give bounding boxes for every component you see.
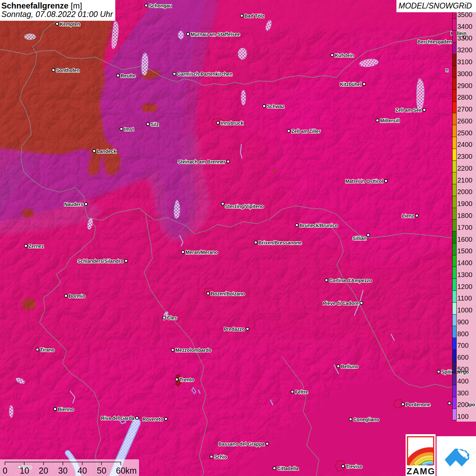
svg-text:Berchtesgaden: Berchtesgaden — [418, 39, 452, 45]
svg-text:Meran/Merano: Meran/Merano — [186, 250, 218, 255]
svg-text:Zell am Ziller: Zell am Ziller — [291, 129, 321, 134]
svg-text:Bruneck/Brunico: Bruneck/Brunico — [300, 223, 338, 228]
svg-text:Schio: Schio — [214, 454, 227, 460]
svg-text:Bormio: Bormio — [69, 293, 85, 299]
svg-text:n: n — [445, 67, 448, 73]
svg-text:Mittersill: Mittersill — [380, 118, 400, 123]
svg-text:Garmisch-Partenkirchen: Garmisch-Partenkirchen — [177, 71, 233, 77]
svg-text:Sillian: Sillian — [353, 236, 367, 241]
svg-text:Imst: Imst — [124, 126, 134, 132]
svg-text:Rovereto: Rovereto — [142, 417, 163, 422]
svg-text:Landeck: Landeck — [97, 149, 116, 154]
svg-text:ipo: ipo — [468, 402, 475, 407]
svg-text:Schongau: Schongau — [149, 3, 172, 8]
svg-text:Nauders: Nauders — [64, 202, 83, 207]
svg-text:Pieve di Cadore: Pieve di Cadore — [323, 301, 359, 306]
svg-text:Bozen/Bolzano: Bozen/Bolzano — [211, 291, 245, 296]
svg-text:Belluno: Belluno — [341, 364, 358, 369]
svg-text:Innsbruck: Innsbruck — [221, 120, 243, 126]
svg-text:Bad Tölz: Bad Tölz — [244, 13, 264, 19]
svg-text:ZAMG: ZAMG — [407, 466, 436, 476]
svg-text:Cles: Cles — [167, 315, 177, 321]
svg-text:Bassano del Grappa: Bassano del Grappa — [219, 441, 265, 447]
svg-text:Riva del Garda: Riva del Garda — [101, 415, 134, 421]
svg-text:Cortina d'Ampezzo: Cortina d'Ampezzo — [329, 278, 372, 283]
svg-text:Pordenone: Pordenone — [406, 402, 430, 407]
svg-text:Kitzbühel: Kitzbühel — [340, 82, 361, 87]
svg-text:Mezzolombardo: Mezzolombardo — [175, 347, 211, 353]
svg-text:Tirano: Tirano — [40, 347, 55, 353]
svg-text:Sonthofen: Sonthofen — [56, 68, 80, 73]
svg-text:Murnau am Staffelsee: Murnau am Staffelsee — [191, 32, 240, 37]
svg-text:Conegliano: Conegliano — [353, 417, 379, 422]
svg-text:Predazzo: Predazzo — [224, 326, 245, 332]
svg-text:Brixen/Bressanone: Brixen/Bressanone — [258, 240, 302, 245]
svg-text:Bienno: Bienno — [58, 407, 74, 412]
svg-text:Feltre: Feltre — [295, 389, 308, 395]
svg-text:Sterzing/Vipiteno: Sterzing/Vipiteno — [225, 204, 264, 209]
svg-text:Trento: Trento — [180, 377, 194, 382]
svg-text:Silz: Silz — [151, 122, 159, 127]
svg-text:Kempten: Kempten — [60, 21, 80, 27]
svg-text:Steinach am Brenner: Steinach am Brenner — [178, 159, 226, 165]
svg-text:Zell am See: Zell am See — [395, 107, 422, 113]
svg-text:Reutte: Reutte — [121, 73, 136, 79]
svg-text:Cittadella: Cittadella — [277, 466, 299, 471]
svg-text:Zernez: Zernez — [29, 243, 44, 249]
svg-text:Treviso: Treviso — [346, 464, 362, 469]
svg-text:Schlanders/Silandro: Schlanders/Silandro — [78, 258, 123, 264]
svg-text:Kufstein: Kufstein — [335, 53, 354, 58]
svg-text:Matrei in Osttirol: Matrei in Osttirol — [345, 178, 383, 184]
svg-text:Lienz: Lienz — [402, 213, 414, 219]
svg-text:Schwaz: Schwaz — [267, 104, 284, 109]
